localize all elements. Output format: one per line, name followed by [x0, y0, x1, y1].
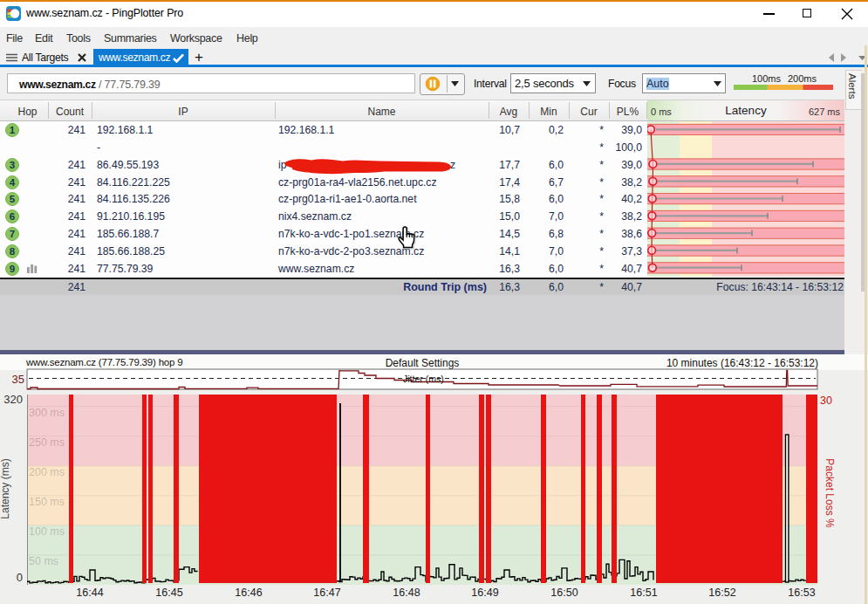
svg-text:16:47: 16:47	[313, 587, 340, 599]
svg-text:16:53: 16:53	[788, 587, 815, 599]
svg-text:0: 0	[17, 571, 23, 584]
svg-text:16:52: 16:52	[708, 587, 735, 599]
svg-text:320: 320	[3, 393, 23, 406]
svg-text:50 ms: 50 ms	[29, 555, 58, 567]
svg-text:16:48: 16:48	[393, 587, 420, 599]
svg-text:Packet Loss %: Packet Loss %	[824, 458, 836, 528]
svg-text:200 ms: 200 ms	[29, 466, 65, 478]
svg-text:Latency (ms): Latency (ms)	[0, 458, 11, 518]
svg-text:16:44: 16:44	[76, 587, 103, 599]
svg-text:16:45: 16:45	[155, 587, 182, 599]
svg-text:35: 35	[12, 373, 24, 386]
svg-text:150 ms: 150 ms	[29, 496, 65, 508]
svg-text:300 ms: 300 ms	[29, 407, 65, 419]
svg-text:16:49: 16:49	[471, 587, 498, 599]
svg-text:16:51: 16:51	[630, 587, 657, 599]
svg-text:16:46: 16:46	[235, 587, 262, 599]
svg-text:16:50: 16:50	[550, 587, 578, 599]
svg-text:100 ms: 100 ms	[29, 525, 65, 538]
svg-text:30: 30	[820, 395, 832, 407]
svg-text:Jitter (ms): Jitter (ms)	[403, 374, 444, 384]
svg-text:250 ms: 250 ms	[29, 436, 65, 449]
